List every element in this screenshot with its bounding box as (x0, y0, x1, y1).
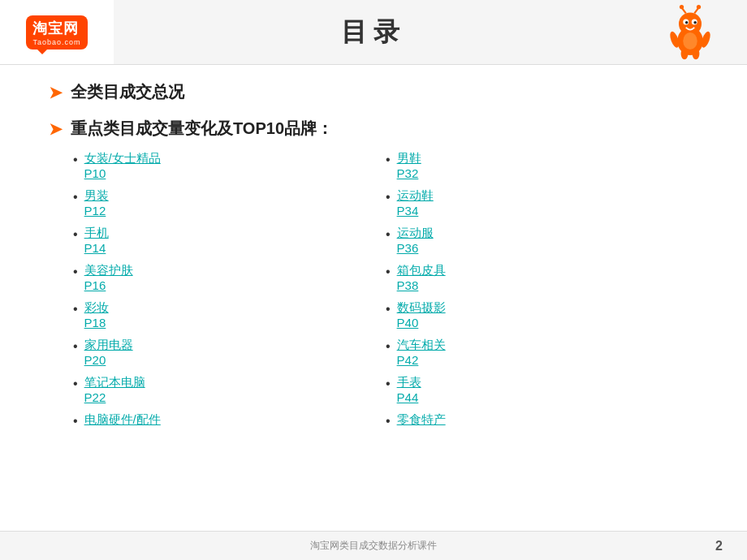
item-name[interactable]: 家用电器 (84, 338, 133, 353)
item-link[interactable]: 家用电器 P20 (84, 338, 133, 367)
item-page[interactable]: P10 (84, 166, 161, 180)
item-page[interactable]: P14 (84, 241, 109, 255)
bullet-icon: • (73, 377, 78, 391)
item-name[interactable]: 笔记本电脑 (84, 375, 145, 390)
list-item: • 电脑硬件/配件 (73, 412, 386, 429)
item-link[interactable]: 零食特产 (397, 412, 446, 428)
item-link[interactable]: 手表 P44 (397, 375, 421, 404)
svg-point-12 (681, 48, 689, 59)
left-column: • 女装/女士精品 P10 • 男装 P12 • 手机 (73, 151, 386, 437)
header-title-area: 目录 (114, 15, 633, 50)
content: ➤ 全类目成交总况 ➤ 重点类目成交量变化及TOP10品牌： • 女装/女士精品… (0, 65, 747, 531)
item-page[interactable]: P40 (397, 316, 446, 330)
list-item: • 手表 P44 (386, 375, 698, 404)
list-item: • 男装 P12 (73, 188, 386, 218)
list-item: • 运动鞋 P34 (386, 188, 698, 218)
section2-title: ➤ 重点类目成交量变化及TOP10品牌： (49, 118, 698, 140)
section1-label: 全类目成交总况 (71, 81, 184, 103)
page-number: 2 (715, 539, 723, 554)
bullet-icon: • (73, 153, 78, 167)
mascot-icon (662, 4, 719, 61)
item-link[interactable]: 男鞋 P32 (397, 151, 421, 180)
item-page[interactable]: P34 (397, 204, 434, 218)
svg-point-1 (679, 12, 702, 35)
svg-point-4 (685, 21, 689, 24)
bullet-icon: • (386, 190, 391, 205)
bullet-icon: • (73, 190, 78, 205)
list-item: • 家用电器 P20 (73, 338, 386, 367)
mascot-area (633, 0, 747, 64)
header: 淘宝网 Taobao.com 目录 (0, 0, 747, 65)
svg-point-14 (683, 32, 697, 50)
item-page[interactable]: P36 (397, 241, 434, 255)
item-name[interactable]: 零食特产 (397, 412, 446, 428)
list-item: • 彩妆 P18 (73, 300, 386, 330)
arrow-icon-2: ➤ (49, 119, 63, 139)
bullet-icon: • (386, 414, 391, 429)
page-title: 目录 (114, 15, 633, 50)
list-item: • 零食特产 (386, 412, 698, 429)
slide: 淘宝网 Taobao.com 目录 (0, 0, 747, 560)
bullet-icon: • (386, 377, 391, 391)
taobao-en-text: Taobao.com (32, 38, 80, 46)
list-item: • 运动服 P36 (386, 226, 698, 255)
arrow-icon-1: ➤ (49, 83, 63, 102)
item-link[interactable]: 手机 P14 (84, 226, 109, 255)
list-item: • 美容护肤 P16 (73, 263, 386, 292)
item-page[interactable]: P44 (397, 390, 421, 404)
bullet-icon: • (386, 265, 391, 279)
section2-label: 重点类目成交量变化及TOP10品牌： (71, 118, 333, 140)
item-page[interactable]: P32 (397, 166, 421, 180)
item-name[interactable]: 箱包皮具 (397, 263, 446, 278)
footer-text: 淘宝网类目成交数据分析课件 (310, 539, 437, 553)
item-page[interactable]: P18 (84, 316, 109, 330)
item-page[interactable]: P20 (84, 353, 133, 367)
item-link[interactable]: 女装/女士精品 P10 (84, 151, 161, 180)
list-item: • 手机 P14 (73, 226, 386, 255)
item-page[interactable]: P38 (397, 278, 446, 292)
item-name[interactable]: 男装 (84, 188, 109, 204)
item-name[interactable]: 数码摄影 (397, 300, 446, 316)
taobao-logo: 淘宝网 Taobao.com (26, 15, 87, 50)
item-name[interactable]: 手表 (397, 375, 421, 390)
item-name[interactable]: 男鞋 (397, 151, 421, 166)
logo-area: 淘宝网 Taobao.com (0, 0, 114, 64)
items-grid: • 女装/女士精品 P10 • 男装 P12 • 手机 (73, 151, 698, 437)
item-name[interactable]: 女装/女士精品 (84, 151, 161, 166)
item-page[interactable]: P12 (84, 204, 109, 218)
item-link[interactable]: 彩妆 P18 (84, 300, 109, 330)
item-page[interactable]: P22 (84, 390, 145, 404)
bullet-icon: • (73, 265, 78, 279)
item-link[interactable]: 美容护肤 P16 (84, 263, 133, 292)
list-item: • 箱包皮具 P38 (386, 263, 698, 292)
item-name[interactable]: 运动服 (397, 226, 434, 241)
item-page[interactable]: P42 (397, 353, 446, 367)
svg-point-7 (680, 4, 684, 8)
bullet-icon: • (386, 153, 391, 167)
item-link[interactable]: 箱包皮具 P38 (397, 263, 446, 292)
svg-point-9 (697, 4, 701, 8)
item-link[interactable]: 汽车相关 P42 (397, 338, 446, 367)
footer: 淘宝网类目成交数据分析课件 2 (0, 531, 747, 560)
item-link[interactable]: 数码摄影 P40 (397, 300, 446, 330)
item-name[interactable]: 美容护肤 (84, 263, 133, 278)
item-name[interactable]: 手机 (84, 226, 109, 241)
list-item: • 女装/女士精品 P10 (73, 151, 386, 180)
item-page[interactable]: P16 (84, 278, 133, 292)
svg-point-5 (693, 21, 697, 24)
bullet-icon: • (73, 227, 78, 242)
svg-point-13 (693, 48, 700, 59)
list-item: • 笔记本电脑 P22 (73, 375, 386, 404)
item-name[interactable]: 电脑硬件/配件 (84, 412, 161, 428)
item-link[interactable]: 笔记本电脑 P22 (84, 375, 145, 404)
item-name[interactable]: 彩妆 (84, 300, 109, 316)
section1-title: ➤ 全类目成交总况 (49, 81, 698, 103)
item-name[interactable]: 汽车相关 (397, 338, 446, 353)
item-link[interactable]: 运动鞋 P34 (397, 188, 434, 218)
right-column: • 男鞋 P32 • 运动鞋 P34 • 运动服 (386, 151, 698, 437)
item-link[interactable]: 男装 P12 (84, 188, 109, 218)
bullet-icon: • (386, 227, 391, 242)
item-link[interactable]: 运动服 P36 (397, 226, 434, 255)
item-link[interactable]: 电脑硬件/配件 (84, 412, 161, 428)
item-name[interactable]: 运动鞋 (397, 188, 434, 204)
